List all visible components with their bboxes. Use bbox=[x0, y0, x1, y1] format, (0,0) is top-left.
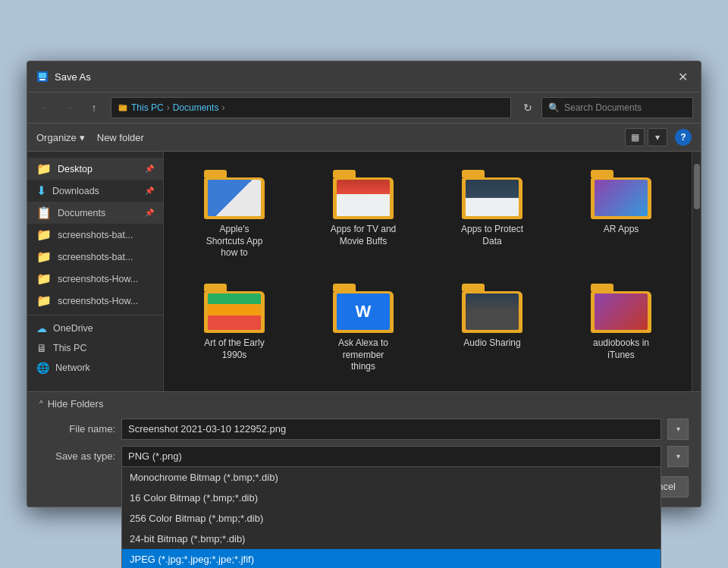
folder-audio-sharing[interactable]: Audio Sharing bbox=[434, 278, 551, 379]
sidebar-item-thispc-label: This PC bbox=[53, 343, 86, 353]
organize-chevron: ▾ bbox=[80, 132, 85, 143]
folder-audiobooks[interactable]: audiobooks in iTunes bbox=[563, 278, 679, 379]
folder-img-tv bbox=[333, 170, 394, 219]
folder-img-art bbox=[204, 284, 265, 333]
sidebar-divider bbox=[27, 315, 163, 315]
back-button[interactable]: ← bbox=[35, 98, 56, 118]
sidebar-item-documents[interactable]: 📋 Documents 📌 bbox=[27, 202, 163, 224]
filename-dropdown-btn[interactable]: ▾ bbox=[667, 419, 689, 440]
onedrive-icon: ☁ bbox=[36, 322, 47, 334]
sidebar-item-ss1-label: screenshots-bat... bbox=[58, 230, 133, 240]
navigation-toolbar: ← → ↑ This PC › Documents › ↻ 🔍 bbox=[27, 93, 701, 124]
downloads-icon: ⬇ bbox=[36, 184, 46, 198]
sidebar-item-ss4-label: screenshots-How... bbox=[58, 296, 138, 306]
sidebar-item-thispc[interactable]: 🖥 This PC bbox=[27, 338, 163, 358]
filename-input[interactable] bbox=[121, 419, 661, 440]
search-box[interactable]: 🔍 bbox=[541, 97, 693, 118]
sidebar-item-downloads[interactable]: ⬇ Downloads 📌 bbox=[27, 180, 163, 202]
help-button[interactable]: ? bbox=[675, 129, 692, 146]
folder-img-alexa: W bbox=[333, 284, 394, 333]
main-content: 📁 Desktop 📌 ⬇ Downloads 📌 📋 Documents 📌 … bbox=[27, 152, 701, 391]
folder-label-protect: Apps to Protect Data bbox=[458, 224, 526, 247]
up-button[interactable]: ↑ bbox=[83, 98, 105, 118]
dialog-title: Save As bbox=[55, 71, 673, 83]
folder-img-protect bbox=[462, 170, 522, 219]
sidebar-item-ss3-label: screenshots-How... bbox=[58, 274, 138, 284]
desktop-icon: 📁 bbox=[36, 162, 52, 176]
sidebar-item-network[interactable]: 🌐 Network bbox=[27, 358, 163, 378]
hide-folders-button[interactable]: ^ Hide Folders bbox=[39, 398, 689, 413]
sidebar: 📁 Desktop 📌 ⬇ Downloads 📌 📋 Documents 📌 … bbox=[27, 152, 164, 391]
filename-label: File name: bbox=[39, 423, 115, 435]
folder-img-shortcuts bbox=[204, 170, 265, 219]
title-bar: Save As ✕ bbox=[27, 61, 701, 93]
new-folder-button[interactable]: New folder bbox=[97, 132, 144, 143]
search-icon: 🔍 bbox=[548, 102, 560, 113]
sidebar-item-downloads-label: Downloads bbox=[52, 186, 99, 196]
dropdown-24bit-bmp[interactable]: 24-bit Bitmap (*.bmp;*.dib) bbox=[122, 529, 661, 549]
organize-button[interactable]: Organize ▾ bbox=[36, 132, 85, 143]
forward-button[interactable]: → bbox=[59, 98, 80, 118]
filename-row: File name: ▾ bbox=[39, 419, 689, 440]
ss4-icon: 📁 bbox=[36, 293, 52, 308]
ss3-icon: 📁 bbox=[36, 271, 52, 286]
network-icon: 🌐 bbox=[36, 362, 49, 374]
dropdown-16color-bmp[interactable]: 16 Color Bitmap (*.bmp;*.dib) bbox=[122, 488, 661, 508]
pin-icon: 📌 bbox=[145, 165, 154, 173]
folder-label-audiobooks: audiobooks in iTunes bbox=[587, 337, 655, 361]
view-icon-button[interactable]: ▦ bbox=[625, 128, 645, 146]
refresh-button[interactable]: ↻ bbox=[517, 98, 538, 118]
sidebar-item-ss2-label: screenshots-bat... bbox=[58, 252, 133, 262]
folder-label-shortcuts: Apple's Shortcuts App how to bbox=[200, 224, 268, 259]
folder-label-art: Art of the Early 1990s bbox=[200, 337, 268, 361]
ss1-icon: 📁 bbox=[36, 228, 52, 242]
folder-label-ar: AR Apps bbox=[604, 224, 639, 236]
bottom-bar: ^ Hide Folders File name: ▾ Save as type… bbox=[27, 391, 701, 507]
scrollbar[interactable] bbox=[692, 152, 701, 391]
folder-ar-apps[interactable]: AR Apps bbox=[563, 164, 679, 265]
breadcrumb[interactable]: This PC › Documents › bbox=[111, 97, 511, 118]
dropdown-mono-bmp[interactable]: Monochrome Bitmap (*.bmp;*.dib) bbox=[122, 467, 661, 488]
folder-label-tv: Apps for TV and Movie Buffs bbox=[329, 224, 397, 247]
folder-img-audiobooks bbox=[591, 284, 651, 333]
sidebar-item-ss1[interactable]: 📁 screenshots-bat... bbox=[27, 224, 163, 246]
breadcrumb-documents[interactable]: Documents bbox=[173, 102, 219, 113]
folder-apps-protect[interactable]: Apps to Protect Data bbox=[434, 164, 551, 265]
sidebar-item-desktop[interactable]: 📁 Desktop 📌 bbox=[27, 158, 163, 180]
hide-folders-chevron: ^ bbox=[39, 400, 43, 408]
savetype-dropdown-btn[interactable]: ▾ bbox=[667, 446, 689, 467]
folder-art-early[interactable]: Art of the Early 1990s bbox=[176, 278, 293, 379]
folder-apps-tv[interactable]: Apps for TV and Movie Buffs bbox=[305, 164, 422, 265]
savetype-select-wrapper[interactable]: PNG (*.png) Monochrome Bitmap (*.bmp;*.d… bbox=[121, 446, 661, 467]
folder-img-audio bbox=[462, 284, 522, 333]
ss2-icon: 📁 bbox=[36, 249, 52, 264]
documents-icon: 📋 bbox=[36, 206, 52, 220]
sidebar-item-onedrive[interactable]: ☁ OneDrive bbox=[27, 319, 163, 338]
save-as-dialog: Save As ✕ ← → ↑ This PC › Documents › ↻ … bbox=[27, 61, 701, 507]
sidebar-item-ss2[interactable]: 📁 screenshots-bat... bbox=[27, 246, 163, 268]
folder-label-alexa: Ask Alexa to remember things bbox=[329, 337, 397, 373]
breadcrumb-this-pc[interactable]: This PC bbox=[131, 102, 164, 113]
sidebar-item-desktop-label: Desktop bbox=[58, 164, 93, 174]
savetype-dropdown[interactable]: Monochrome Bitmap (*.bmp;*.dib) 16 Color… bbox=[121, 467, 661, 568]
sidebar-item-documents-label: Documents bbox=[58, 208, 105, 218]
view-chevron-button[interactable]: ▾ bbox=[648, 128, 667, 146]
savetype-row: Save as type: PNG (*.png) Monochrome Bit… bbox=[39, 446, 689, 467]
svg-rect-1 bbox=[39, 73, 46, 78]
folder-ask-alexa[interactable]: W Ask Alexa to remember things bbox=[305, 278, 422, 379]
folder-img-ar bbox=[591, 170, 651, 219]
search-input[interactable] bbox=[564, 102, 686, 113]
sidebar-item-ss3[interactable]: 📁 screenshots-How... bbox=[27, 268, 163, 290]
pin-icon-documents: 📌 bbox=[145, 209, 154, 217]
pc-icon: 🖥 bbox=[36, 342, 47, 354]
scrollbar-thumb[interactable] bbox=[694, 164, 700, 209]
sidebar-item-ss4[interactable]: 📁 screenshots-How... bbox=[27, 290, 163, 312]
folder-apple-shortcuts[interactable]: Apple's Shortcuts App how to bbox=[176, 164, 293, 265]
view-buttons: ▦ ▾ ? bbox=[625, 128, 692, 146]
sidebar-item-network-label: Network bbox=[55, 362, 90, 373]
dropdown-jpeg[interactable]: JPEG (*.jpg;*.jpeg;*.jpe;*.jfif) bbox=[122, 549, 661, 568]
action-bar: Organize ▾ New folder ▦ ▾ ? bbox=[27, 124, 701, 152]
organize-label: Organize bbox=[36, 132, 77, 143]
dropdown-256color-bmp[interactable]: 256 Color Bitmap (*.bmp;*.dib) bbox=[122, 508, 661, 529]
close-button[interactable]: ✕ bbox=[673, 67, 692, 86]
